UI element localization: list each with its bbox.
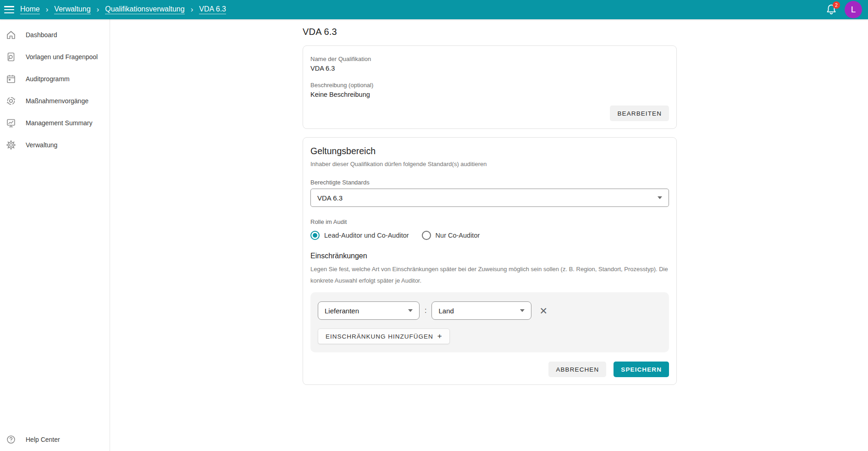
sidebar-item-label: Dashboard — [26, 31, 57, 39]
breadcrumb-home[interactable]: Home — [20, 5, 40, 14]
role-label: Rolle im Audit — [310, 218, 669, 225]
save-button[interactable]: SPEICHERN — [614, 362, 669, 377]
sidebar-item-management-summary[interactable]: Management Summary — [0, 112, 110, 134]
gear-icon — [6, 139, 17, 150]
cancel-button[interactable]: ABBRECHEN — [548, 362, 606, 377]
restriction-category-value: Lieferanten — [325, 307, 408, 315]
breadcrumb-current[interactable]: VDA 6.3 — [199, 5, 226, 14]
main-content: VDA 6.3 Name der Qualifikation VDA 6.3 B… — [303, 19, 677, 385]
chevron-down-icon — [520, 309, 525, 312]
radio-selected-icon — [310, 231, 320, 240]
sidebar-item-label: Help Center — [26, 436, 60, 443]
user-avatar[interactable]: L — [845, 1, 862, 18]
notification-badge: 2 — [833, 1, 840, 9]
home-icon — [6, 29, 17, 40]
name-label: Name der Qualifikation — [310, 55, 669, 63]
scope-subtitle: Inhaber dieser Qualifikation dürfen folg… — [310, 161, 669, 167]
role-radio-group: Lead-Auditor und Co-Auditor Nur Co-Audit… — [310, 231, 669, 240]
qualification-card: Name der Qualifikation VDA 6.3 Beschreib… — [303, 45, 677, 129]
sidebar-item-label: Verwaltung — [26, 141, 57, 149]
description-value: Keine Beschreibung — [310, 90, 669, 99]
radio-unselected-icon — [422, 231, 431, 240]
radio-label: Nur Co-Auditor — [436, 232, 480, 239]
chevron-down-icon — [658, 196, 662, 199]
standards-select-value: VDA 6.3 — [317, 194, 658, 202]
plus-icon: + — [437, 332, 442, 341]
restriction-value-select[interactable]: Land — [431, 301, 531, 320]
restrictions-panel: Lieferanten : Land ✕ EINSCHRÄNKUNG HINZU… — [310, 292, 669, 352]
standards-label: Berechtigte Standards — [310, 179, 669, 186]
colon-separator: : — [425, 306, 426, 315]
remove-restriction-button[interactable]: ✕ — [539, 306, 547, 316]
monitor-chart-icon — [6, 117, 17, 128]
sidebar-item-label: Auditprogramm — [26, 75, 70, 83]
sidebar-item-label: Management Summary — [26, 119, 93, 127]
menu-icon[interactable] — [4, 6, 14, 13]
form-actions: ABBRECHEN SPEICHERN — [310, 362, 669, 377]
scope-card: Geltungsbereich Inhaber dieser Qualifika… — [303, 137, 677, 385]
restriction-row: Lieferanten : Land ✕ — [318, 301, 662, 320]
sidebar-item-help-center[interactable]: Help Center — [0, 430, 110, 449]
sidebar-item-label: Maßnahmenvorgänge — [26, 97, 88, 105]
add-restriction-button[interactable]: EINSCHRÄNKUNG HINZUFÜGEN + — [318, 329, 450, 344]
chevron-separator: › — [191, 5, 194, 14]
sidebar-item-auditprogramm[interactable]: Auditprogramm — [0, 68, 110, 90]
restriction-category-select[interactable]: Lieferanten — [318, 301, 420, 320]
sidebar-item-verwaltung[interactable]: Verwaltung — [0, 134, 110, 156]
notifications-button[interactable]: 2 — [825, 3, 838, 17]
radio-nur-co-auditor[interactable]: Nur Co-Auditor — [422, 231, 480, 240]
restrictions-description: Legen Sie fest, welche Art von Einschrän… — [310, 263, 669, 286]
breadcrumb-verwaltung[interactable]: Verwaltung — [54, 5, 90, 14]
chevron-separator: › — [97, 5, 100, 14]
radio-lead-und-co-auditor[interactable]: Lead-Auditor und Co-Auditor — [310, 231, 409, 240]
sidebar-item-vorlagen-und-fragenpool[interactable]: Vorlagen und Fragenpool — [0, 46, 110, 68]
standards-select[interactable]: VDA 6.3 — [310, 189, 669, 207]
calendar-icon — [6, 73, 17, 84]
chevron-down-icon — [408, 309, 413, 312]
page-title: VDA 6.3 — [303, 27, 677, 37]
add-restriction-label: EINSCHRÄNKUNG HINZUFÜGEN — [326, 333, 433, 340]
restriction-value-value: Land — [438, 307, 520, 315]
chevron-separator: › — [46, 5, 49, 14]
edit-button[interactable]: BEARBEITEN — [610, 106, 669, 121]
sidebar: Dashboard Vorlagen und Fragenpool Auditp… — [0, 19, 110, 451]
name-value: VDA 6.3 — [310, 64, 669, 73]
scope-title: Geltungsbereich — [310, 146, 669, 156]
sidebar-item-label: Vorlagen und Fragenpool — [26, 53, 98, 61]
template-search-icon — [6, 51, 17, 62]
target-icon — [6, 95, 17, 106]
radio-label: Lead-Auditor und Co-Auditor — [324, 232, 409, 239]
sidebar-item-dashboard[interactable]: Dashboard — [0, 24, 110, 46]
sidebar-item-massnahmenvorgaenge[interactable]: Maßnahmenvorgänge — [0, 90, 110, 112]
description-label: Beschreibung (optional) — [310, 81, 669, 89]
breadcrumb-qualifikationsverwaltung[interactable]: Qualifikationsverwaltung — [105, 5, 184, 14]
restrictions-title: Einschränkungen — [310, 252, 669, 260]
top-bar: Home › Verwaltung › Qualifikationsverwal… — [0, 0, 868, 19]
breadcrumb: Home › Verwaltung › Qualifikationsverwal… — [20, 5, 226, 14]
help-icon — [6, 434, 17, 445]
